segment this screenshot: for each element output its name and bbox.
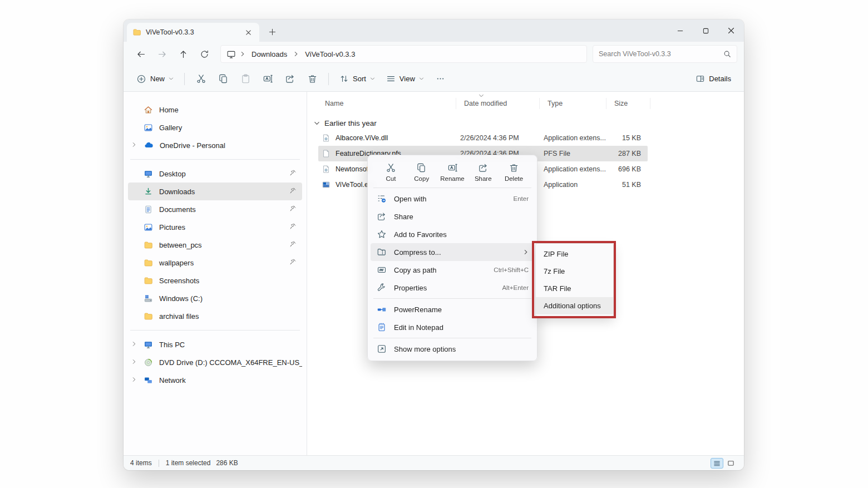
- menu-item-compress-to[interactable]: Compress to...: [371, 243, 534, 261]
- delete-menu-button[interactable]: Delete: [499, 160, 529, 184]
- chevron-down-icon: [169, 76, 174, 81]
- search-input[interactable]: [599, 50, 723, 58]
- sort-icon: [339, 74, 349, 83]
- copy-button[interactable]: [213, 70, 234, 88]
- divider: [159, 460, 159, 467]
- sidebar-item-desktop[interactable]: Desktop: [128, 165, 302, 183]
- column-headers: Name Date modified Type Size: [307, 96, 744, 111]
- delete-button[interactable]: [302, 70, 323, 88]
- submenu-item-tar[interactable]: TAR File: [536, 280, 613, 297]
- sidebar-item-between-pcs[interactable]: between_pcs: [128, 236, 302, 254]
- submenu-item-additional-options[interactable]: Additional options: [536, 297, 613, 314]
- paste-button[interactable]: [235, 70, 256, 88]
- gallery-icon: [144, 123, 153, 132]
- sort-button[interactable]: Sort: [334, 70, 380, 88]
- submenu-item-7z[interactable]: 7z File: [536, 263, 613, 280]
- sidebar-item-this-pc[interactable]: This PC: [128, 336, 302, 353]
- chevron-expand-icon[interactable]: [131, 359, 137, 364]
- sidebar-item-label: OneDrive - Personal: [160, 141, 225, 150]
- chevron-expand-icon[interactable]: [131, 377, 137, 382]
- column-header-name[interactable]: Name: [307, 100, 456, 107]
- share-menu-button[interactable]: Share: [468, 160, 499, 184]
- chevron-expand-icon[interactable]: [131, 142, 137, 147]
- new-button[interactable]: New: [131, 70, 179, 88]
- sidebar-item-documents[interactable]: Documents: [128, 200, 302, 218]
- cut-button[interactable]: [190, 70, 211, 88]
- thumbnails-view-toggle[interactable]: [724, 458, 737, 469]
- chevron-down-icon: [419, 76, 424, 81]
- file-row-albacore[interactable]: Albacore.ViVe.dll 2/26/2024 4:36 PM Appl…: [318, 130, 648, 146]
- menu-item-copy-as-path[interactable]: Copy as path Ctrl+Shift+C: [371, 261, 534, 279]
- folder-icon: [144, 258, 153, 268]
- sidebar-item-label: wallpapers: [159, 259, 194, 267]
- quick-action-label: Copy: [414, 175, 429, 182]
- breadcrumb-vivetool[interactable]: ViVeTool-v0.3.3: [303, 49, 357, 60]
- sidebar-item-windows-c[interactable]: Windows (C:): [128, 289, 302, 307]
- sidebar-item-dvd-drive[interactable]: DVD Drive (D:) CCCOMA_X64FRE_EN-US_DV9: [128, 353, 302, 371]
- sidebar-item-network[interactable]: Network: [128, 371, 302, 389]
- maximize-button[interactable]: [693, 19, 718, 42]
- sidebar-item-label: This PC: [159, 341, 185, 349]
- search-icon[interactable]: [723, 50, 731, 58]
- chevron-expand-icon[interactable]: [131, 341, 137, 347]
- refresh-icon[interactable]: [194, 45, 215, 63]
- menu-item-show-more-options[interactable]: Show more options: [371, 340, 534, 358]
- up-icon[interactable]: [172, 45, 194, 63]
- sidebar-item-screenshots[interactable]: Screenshots: [128, 272, 302, 289]
- sidebar-item-downloads[interactable]: Downloads: [128, 183, 302, 200]
- sidebar-item-wallpapers[interactable]: wallpapers: [128, 254, 302, 272]
- back-icon[interactable]: [130, 45, 151, 63]
- menu-shortcut: Enter: [514, 195, 529, 202]
- tab-close-icon[interactable]: [243, 27, 254, 38]
- sidebar-item-label: archival files: [159, 312, 199, 321]
- sidebar-item-onedrive[interactable]: OneDrive - Personal: [128, 136, 302, 154]
- forward-icon[interactable]: [151, 45, 172, 63]
- view-icon: [386, 74, 396, 83]
- tab-bar: ViVeTool-v0.3.3: [124, 19, 744, 42]
- sidebar-item-pictures[interactable]: Pictures: [128, 218, 302, 236]
- tab-vivetool[interactable]: ViVeTool-v0.3.3: [127, 23, 259, 42]
- breadcrumb-downloads[interactable]: Downloads: [249, 49, 289, 60]
- menu-item-share[interactable]: Share: [371, 208, 534, 225]
- menu-item-add-to-favorites[interactable]: Add to Favorites: [371, 225, 534, 243]
- menu-item-edit-in-notepad[interactable]: Edit in Notepad: [371, 318, 534, 336]
- menu-item-label: Properties: [394, 284, 427, 292]
- sidebar-item-home[interactable]: Home: [128, 101, 302, 119]
- pin-icon: [289, 223, 297, 230]
- file-name: Albacore.ViVe.dll: [336, 134, 388, 142]
- copy-menu-button[interactable]: Copy: [406, 160, 437, 184]
- menu-item-label: Copy as path: [394, 266, 437, 274]
- details-button[interactable]: Details: [691, 70, 736, 88]
- group-header[interactable]: Earlier this year: [314, 115, 744, 131]
- rename-menu-button[interactable]: Rename: [437, 160, 468, 184]
- submenu-item-zip[interactable]: ZIP File: [536, 245, 613, 263]
- menu-item-label: Add to Favorites: [394, 230, 447, 239]
- share-button[interactable]: [279, 70, 300, 88]
- sidebar-item-archival-files[interactable]: archival files: [128, 307, 302, 325]
- details-view-toggle[interactable]: [711, 458, 723, 469]
- file-size: 15 KB: [606, 134, 648, 142]
- menu-item-powerrename[interactable]: PowerRename: [371, 300, 534, 318]
- selection-size: 286 KB: [216, 459, 238, 467]
- tab-title: ViVeTool-v0.3.3: [146, 28, 238, 36]
- close-button[interactable]: [718, 19, 744, 42]
- more-options-icon[interactable]: [430, 70, 451, 88]
- quick-action-label: Delete: [505, 175, 523, 182]
- new-tab-button[interactable]: [264, 23, 280, 40]
- column-header-date-modified[interactable]: Date modified: [456, 98, 539, 109]
- sidebar-item-gallery[interactable]: Gallery: [128, 119, 302, 136]
- rename-button[interactable]: [257, 70, 278, 88]
- file-type: Application extens...: [539, 165, 606, 173]
- folder-icon: [144, 240, 153, 250]
- navigation-pane: Home Gallery OneDrive - Personal: [124, 92, 307, 455]
- menu-item-properties[interactable]: Properties Alt+Enter: [371, 279, 534, 297]
- view-button[interactable]: View: [381, 70, 429, 88]
- divider: [373, 188, 531, 188]
- column-header-size[interactable]: Size: [606, 98, 650, 109]
- search-box[interactable]: [593, 45, 737, 63]
- column-header-type[interactable]: Type: [539, 98, 606, 109]
- cut-menu-button[interactable]: Cut: [376, 160, 406, 184]
- breadcrumb[interactable]: Downloads ViVeTool-v0.3.3: [220, 45, 587, 63]
- minimize-button[interactable]: [667, 19, 693, 42]
- menu-item-open-with[interactable]: Open with Enter: [371, 190, 534, 208]
